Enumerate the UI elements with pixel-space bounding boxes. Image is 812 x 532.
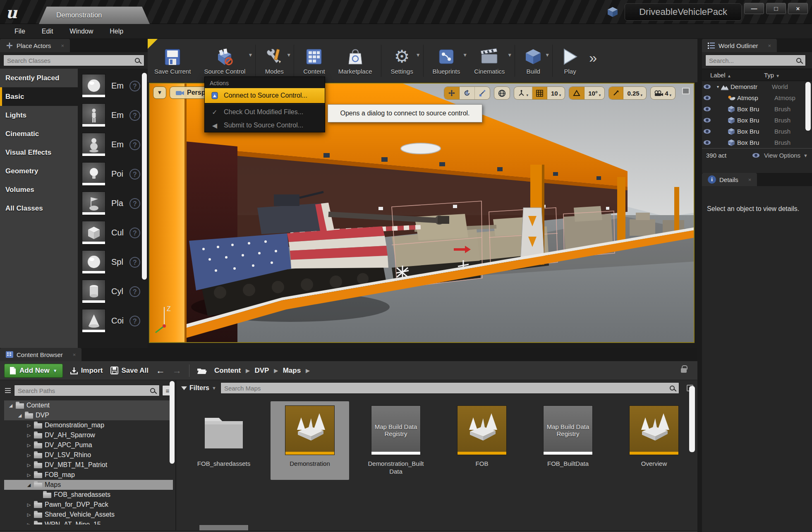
place-actor-item[interactable]: Em?: [82, 101, 140, 130]
close-icon[interactable]: ×: [748, 177, 752, 183]
forward-arrow-icon[interactable]: →: [172, 365, 182, 376]
save-current-button[interactable]: Save Current: [148, 47, 197, 75]
outliner-row[interactable]: +Box BruBrush: [702, 103, 812, 115]
place-actor-item[interactable]: Cyl?: [82, 277, 140, 306]
tree-folder-dv_lsv_rhino[interactable]: ▷DV_LSV_Rhino: [4, 450, 173, 460]
chevron-down-icon[interactable]: ▼: [416, 52, 421, 58]
breadcrumb-content[interactable]: Content: [214, 367, 241, 375]
category-recently-placed[interactable]: Recently Placed: [0, 69, 78, 87]
lock-icon[interactable]: [681, 368, 687, 373]
place-actor-item[interactable]: Pla?: [82, 189, 140, 218]
search-classes-input[interactable]: [4, 55, 133, 65]
outliner-row[interactable]: +Box BruBrush: [702, 137, 812, 148]
menu-edit[interactable]: Edit: [42, 28, 53, 35]
place-actor-item[interactable]: Coi?: [82, 306, 140, 335]
category-lights[interactable]: Lights: [0, 106, 78, 125]
partial-asset-tile[interactable]: [199, 525, 249, 530]
close-icon[interactable]: ×: [768, 43, 771, 49]
expander-icon[interactable]: ◢: [17, 413, 22, 418]
asset-tile-overview[interactable]: Overview: [615, 401, 693, 480]
outliner-search-input[interactable]: [706, 55, 795, 65]
outliner-row[interactable]: ▾DemonstrWorld: [702, 81, 812, 92]
back-arrow-icon[interactable]: ←: [156, 365, 165, 376]
scrollbar[interactable]: [689, 386, 695, 452]
tree-folder-dv_apc_puma[interactable]: ▷DV_APC_Puma: [4, 440, 173, 450]
category-basic[interactable]: Basic: [0, 87, 78, 106]
expander-icon[interactable]: ▾: [714, 84, 719, 89]
scrollbar[interactable]: [170, 381, 175, 464]
chevron-down-icon[interactable]: ▼: [545, 52, 550, 58]
category-all-classes[interactable]: All Classes: [0, 199, 78, 218]
visibility-eye-icon[interactable]: [704, 129, 711, 134]
marketplace-button[interactable]: Marketplace: [332, 47, 379, 75]
maximize-viewport-icon[interactable]: [682, 88, 690, 94]
tree-folder-demonstration_map[interactable]: ▷Demonstration_map: [4, 420, 173, 430]
blueprints-button[interactable]: Blueprints: [426, 47, 467, 75]
collapse-sources-icon[interactable]: [5, 388, 11, 389]
search-assets-input[interactable]: [221, 383, 668, 393]
tree-folder-fob_map[interactable]: ▷FOB_map: [4, 470, 173, 480]
visibility-eye-icon[interactable]: [704, 96, 711, 100]
rotate-tool-button[interactable]: [460, 87, 475, 99]
outliner-row[interactable]: +Box BruBrush: [702, 126, 812, 137]
minimize-button[interactable]: —: [744, 3, 764, 14]
breadcrumb-dvp[interactable]: DVP: [255, 367, 269, 375]
surface-snap-button[interactable]: ▾: [514, 87, 532, 99]
expander-icon[interactable]: ◢: [8, 403, 13, 408]
menu-item-submit-source-control[interactable]: ◀ Submit to Source Control...: [205, 119, 325, 132]
expander-icon[interactable]: ▷: [26, 512, 31, 518]
menu-help[interactable]: Help: [110, 28, 123, 35]
tree-folder-maps[interactable]: ◢Maps: [4, 480, 173, 490]
outliner-view-options[interactable]: View Options ▼: [752, 152, 808, 159]
help-icon[interactable]: ?: [129, 198, 140, 209]
help-icon[interactable]: ?: [129, 110, 140, 121]
expander-icon[interactable]: ▷: [26, 443, 31, 448]
tree-folder-content[interactable]: ◢Content: [4, 400, 173, 410]
chevron-down-icon[interactable]: ▼: [248, 52, 253, 58]
modes-button[interactable]: Modes: [258, 47, 290, 75]
expander-icon[interactable]: ▷: [26, 433, 31, 438]
visibility-eye-icon[interactable]: [704, 140, 711, 145]
tree-folder-shared_vehicle_assets[interactable]: ▷Shared_Vehicle_Assets: [4, 510, 173, 520]
chevron-down-icon[interactable]: ▼: [507, 52, 512, 58]
expander-icon[interactable]: ▷: [26, 453, 31, 458]
menu-file[interactable]: File: [14, 28, 25, 35]
visibility-eye-icon[interactable]: [704, 107, 711, 111]
scale-snap-value[interactable]: 0.25▾: [623, 87, 646, 99]
expander-icon[interactable]: ▷: [26, 502, 31, 508]
tree-folder-fob_sharedassets[interactable]: FOB_sharedassets: [4, 490, 173, 500]
asset-tile-fob-sharedassets[interactable]: FOB_sharedassets: [184, 401, 263, 480]
close-icon[interactable]: ×: [61, 43, 64, 49]
tab-content-browser[interactable]: Content Browser ×: [0, 348, 81, 361]
cinematics-button[interactable]: Cinematics: [467, 47, 511, 75]
import-button[interactable]: Import: [70, 367, 103, 375]
camera-speed-button[interactable]: 4▾: [651, 87, 675, 99]
menu-item-check-out-files[interactable]: ✓ Check Out Modified Files...: [205, 105, 325, 119]
tab-world-outliner[interactable]: World Outliner ×: [702, 39, 777, 52]
expander-icon[interactable]: ▷: [26, 463, 31, 468]
help-icon[interactable]: ?: [129, 286, 140, 297]
place-actor-item[interactable]: Spl?: [82, 247, 140, 277]
tree-folder-wpn_at_mine_15[interactable]: ▷WPN_AT_Mine_15: [4, 520, 173, 525]
breadcrumb-maps[interactable]: Maps: [283, 367, 301, 375]
settings-button[interactable]: ⚙ Settings: [384, 47, 419, 75]
help-icon[interactable]: ?: [129, 81, 140, 91]
grid-snap-toggle[interactable]: [532, 87, 547, 99]
save-all-button[interactable]: Save All: [110, 367, 149, 375]
viewport-options-dropdown[interactable]: ▼: [153, 86, 166, 99]
place-actor-item[interactable]: Poi?: [82, 159, 140, 189]
asset-tile-demonstration-built-data[interactable]: Map Build Data RegistryDemonstration_Bui…: [357, 401, 435, 480]
visibility-eye-icon[interactable]: [704, 84, 711, 89]
category-cinematic[interactable]: Cinematic: [0, 125, 78, 143]
search-paths-input[interactable]: [14, 386, 149, 395]
source-control-button[interactable]: Source Control: [197, 47, 252, 75]
category-volumes[interactable]: Volumes: [0, 180, 78, 199]
chevron-down-icon[interactable]: ▼: [462, 52, 467, 58]
visibility-eye-icon[interactable]: [704, 118, 711, 122]
menu-window[interactable]: Window: [69, 28, 93, 35]
help-icon[interactable]: ?: [129, 257, 140, 268]
close-icon[interactable]: ×: [73, 352, 76, 358]
rotation-snap-toggle[interactable]: [569, 87, 584, 99]
scale-tool-button[interactable]: [475, 87, 490, 99]
outliner-row[interactable]: AtmospAtmosp: [702, 92, 812, 103]
